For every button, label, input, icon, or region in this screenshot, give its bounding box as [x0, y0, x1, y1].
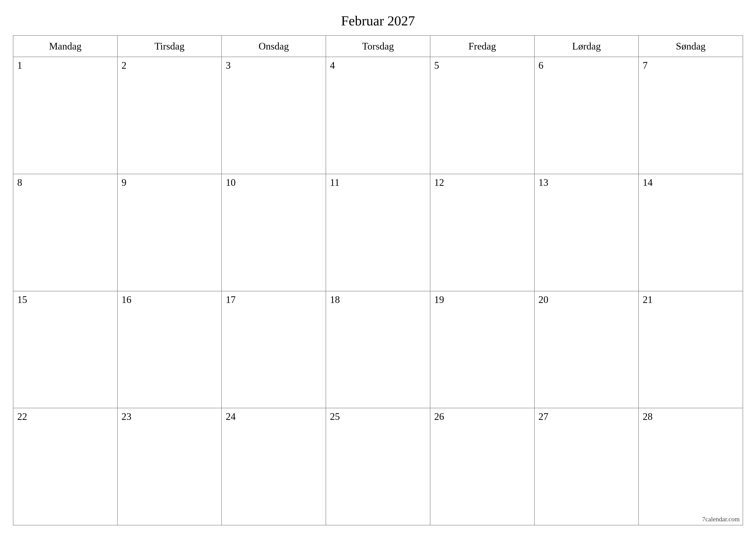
- day-number: 16: [122, 294, 131, 305]
- day-cell: 27: [534, 408, 639, 525]
- week-row: 1 2 3 4 5 6 7: [13, 57, 743, 174]
- day-number: 23: [122, 411, 131, 422]
- day-number: 22: [17, 411, 27, 422]
- day-cell: 2: [118, 57, 222, 174]
- day-number: 18: [330, 294, 340, 305]
- day-number: 5: [434, 60, 439, 71]
- day-cell: 1: [13, 57, 118, 174]
- day-cell: 19: [430, 291, 534, 408]
- day-number: 17: [226, 294, 235, 305]
- day-number: 13: [539, 177, 549, 188]
- weekday-header: Mandag: [13, 36, 118, 57]
- day-number: 20: [539, 294, 549, 305]
- day-cell: 26: [430, 408, 534, 525]
- weekday-header: Søndag: [638, 36, 743, 57]
- day-cell: 25: [326, 408, 430, 525]
- weekday-header-row: Mandag Tirsdag Onsdag Torsdag Fredag Lør…: [13, 36, 743, 57]
- day-cell: 24: [222, 408, 326, 525]
- weekday-header: Lørdag: [534, 36, 639, 57]
- footer-credit: 7calendar.com: [702, 516, 740, 523]
- day-number: 28: [643, 411, 653, 422]
- day-number: 7: [643, 60, 648, 71]
- day-cell: 3: [222, 57, 326, 174]
- day-number: 8: [17, 177, 22, 188]
- week-row: 15 16 17 18 19 20 21: [13, 291, 743, 408]
- day-cell: 13: [534, 174, 639, 291]
- day-number: 27: [539, 411, 549, 422]
- day-number: 19: [434, 294, 444, 305]
- week-row: 22 23 24 25 26 27 28 7calendar.com: [13, 408, 743, 525]
- day-cell: 6: [534, 57, 639, 174]
- weekday-header: Tirsdag: [118, 36, 222, 57]
- day-cell: 14: [638, 174, 743, 291]
- day-cell: 10: [222, 174, 326, 291]
- day-number: 21: [643, 294, 653, 305]
- day-cell: 17: [222, 291, 326, 408]
- calendar-title: Februar 2027: [13, 13, 743, 29]
- day-cell: 23: [118, 408, 222, 525]
- day-cell: 9: [118, 174, 222, 291]
- day-number: 11: [330, 177, 339, 188]
- day-cell: 5: [430, 57, 534, 174]
- day-number: 26: [434, 411, 444, 422]
- day-number: 2: [122, 60, 126, 71]
- day-cell: 7: [638, 57, 743, 174]
- day-cell: 28 7calendar.com: [638, 408, 743, 525]
- day-cell: 18: [326, 291, 430, 408]
- day-cell: 20: [534, 291, 639, 408]
- day-number: 24: [226, 411, 235, 422]
- day-number: 6: [539, 60, 544, 71]
- weekday-header: Fredag: [430, 36, 534, 57]
- day-cell: 16: [118, 291, 222, 408]
- weekday-header: Onsdag: [222, 36, 326, 57]
- week-row: 8 9 10 11 12 13 14: [13, 174, 743, 291]
- calendar-table: Mandag Tirsdag Onsdag Torsdag Fredag Lør…: [13, 35, 743, 525]
- day-number: 14: [643, 177, 653, 188]
- day-cell: 22: [13, 408, 118, 525]
- day-cell: 12: [430, 174, 534, 291]
- day-number: 25: [330, 411, 340, 422]
- day-number: 15: [17, 294, 27, 305]
- day-number: 1: [17, 60, 22, 71]
- day-cell: 21: [638, 291, 743, 408]
- day-number: 9: [122, 177, 126, 188]
- day-number: 3: [226, 60, 230, 71]
- day-number: 10: [226, 177, 235, 188]
- day-cell: 15: [13, 291, 118, 408]
- day-number: 12: [434, 177, 444, 188]
- day-cell: 11: [326, 174, 430, 291]
- day-number: 4: [330, 60, 335, 71]
- day-cell: 8: [13, 174, 118, 291]
- day-cell: 4: [326, 57, 430, 174]
- weekday-header: Torsdag: [326, 36, 430, 57]
